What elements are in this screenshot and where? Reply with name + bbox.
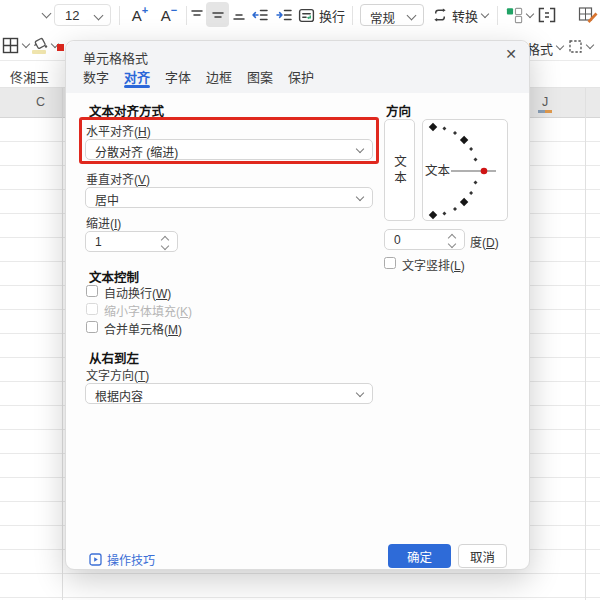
horizontal-align-value: 分散对齐 (缩进) bbox=[95, 143, 178, 160]
decrease-font-button[interactable]: A− bbox=[156, 4, 182, 26]
grid-vline bbox=[62, 88, 63, 600]
tips-video-icon bbox=[89, 553, 102, 566]
minus-icon: − bbox=[171, 4, 177, 16]
formula-bar-value: 佟湘玉 bbox=[10, 67, 49, 86]
degrees-spinner[interactable]: 0 bbox=[384, 229, 465, 250]
section-title-text-alignment: 文本对齐方式 bbox=[89, 101, 164, 120]
format-table-pen-button[interactable] bbox=[576, 5, 600, 25]
toolbar-row-1: 12 A+ A− 换行 常规 bbox=[0, 0, 600, 30]
ok-button[interactable]: 确定 bbox=[388, 544, 451, 568]
close-icon[interactable]: ✕ bbox=[505, 46, 517, 62]
tab-font[interactable]: 字体 bbox=[165, 67, 191, 86]
tips-link-label: 操作技巧 bbox=[107, 551, 155, 568]
cells-squares-icon bbox=[505, 6, 524, 24]
text-direction-value: 根据内容 bbox=[95, 387, 143, 404]
toolbar-separator bbox=[186, 6, 187, 25]
dialog-title: 单元格格式 bbox=[83, 48, 148, 67]
chevron-down-icon bbox=[356, 389, 364, 397]
section-title-orientation: 方向 bbox=[386, 101, 411, 120]
insert-cells-button[interactable] bbox=[505, 4, 533, 26]
stepper-down-icon[interactable] bbox=[161, 242, 169, 250]
horizontal-align-dropdown[interactable]: 分散对齐 (缩进) bbox=[85, 139, 373, 160]
font-name-combo-chevron[interactable] bbox=[42, 9, 52, 19]
convert-chevron-icon bbox=[481, 9, 489, 17]
number-format-chevron-icon bbox=[407, 11, 417, 21]
merge-cells-checkbox-label: 合并单元格(M) bbox=[104, 320, 182, 337]
fill-color-swatch bbox=[32, 50, 46, 54]
merge-cells-checkbox[interactable] bbox=[86, 321, 98, 333]
tab-protection[interactable]: 保护 bbox=[288, 67, 314, 86]
border-box-icon bbox=[568, 39, 583, 54]
column-header-j[interactable]: J bbox=[542, 95, 548, 109]
font-size-value: 12 bbox=[65, 8, 79, 23]
number-format-combo[interactable]: 常规 bbox=[360, 4, 424, 26]
text-direction-label: 文字方向(T) bbox=[86, 366, 149, 383]
wrap-text-checkbox[interactable] bbox=[86, 285, 98, 297]
border-style-button[interactable] bbox=[2, 35, 29, 55]
orientation-dial-box[interactable]: 文本 bbox=[422, 119, 508, 221]
tab-number[interactable]: 数字 bbox=[83, 67, 109, 86]
border-style-chevron-icon bbox=[22, 39, 30, 47]
vertical-layout-checkbox-label: 文字竖排(L) bbox=[402, 256, 465, 273]
toolbar-separator bbox=[352, 6, 353, 25]
text-direction-dropdown[interactable]: 根据内容 bbox=[85, 383, 373, 404]
increase-indent-button[interactable] bbox=[274, 5, 294, 25]
horizontal-align-label: 水平对齐(H) bbox=[86, 122, 151, 139]
font-size-combo[interactable]: 12 bbox=[54, 4, 111, 26]
vertical-align-value: 居中 bbox=[95, 191, 119, 208]
indent-spinner[interactable]: 1 bbox=[85, 231, 178, 252]
increase-font-button[interactable]: A+ bbox=[127, 4, 153, 26]
chevron-down-icon bbox=[356, 193, 364, 201]
draw-border-button[interactable] bbox=[568, 37, 593, 55]
tab-border[interactable]: 边框 bbox=[206, 67, 232, 86]
orientation-dial[interactable]: 文本 bbox=[423, 120, 509, 220]
align-middle-button[interactable] bbox=[206, 2, 229, 27]
tab-pattern[interactable]: 图案 bbox=[247, 67, 273, 86]
plus-icon: + bbox=[142, 4, 148, 16]
tab-alignment[interactable]: 对齐 bbox=[124, 67, 150, 86]
shrink-to-fit-checkbox bbox=[86, 303, 98, 315]
orientation-vertical-box[interactable]: 文本 bbox=[384, 119, 415, 221]
degrees-label: 度(D) bbox=[470, 233, 499, 250]
grid-vline bbox=[585, 88, 586, 600]
tips-link[interactable]: 操作技巧 bbox=[89, 551, 155, 568]
decrease-indent-icon bbox=[251, 7, 269, 23]
indent-label: 缩进(I) bbox=[86, 214, 121, 231]
increase-indent-icon bbox=[275, 7, 293, 23]
vertical-align-label: 垂直对齐(V) bbox=[86, 170, 150, 187]
toolbar-separator bbox=[119, 6, 120, 25]
number-format-value: 常规 bbox=[370, 8, 395, 27]
table-pen-icon bbox=[578, 6, 599, 24]
align-top-icon bbox=[190, 7, 204, 23]
borders-grid-icon bbox=[2, 37, 19, 54]
convert-button[interactable]: 转换 bbox=[432, 3, 488, 27]
section-title-rtl: 从右到左 bbox=[89, 348, 139, 367]
merge-cells-button[interactable] bbox=[536, 5, 558, 25]
convert-label: 转换 bbox=[452, 6, 478, 25]
vertical-align-dropdown[interactable]: 居中 bbox=[85, 187, 373, 208]
spreadsheet-app-window: 12 A+ A− 换行 常规 bbox=[0, 0, 600, 600]
indent-value: 1 bbox=[95, 235, 102, 249]
active-tab-underline bbox=[124, 85, 150, 88]
wrap-text-button[interactable]: 换行 bbox=[298, 3, 345, 27]
fill-color-button[interactable] bbox=[32, 34, 58, 56]
degrees-value: 0 bbox=[394, 233, 401, 247]
vertical-layout-checkbox[interactable] bbox=[384, 257, 396, 269]
chevron-down-icon bbox=[356, 145, 364, 153]
merge-cells-icon bbox=[536, 6, 558, 24]
decrease-font-letter: A bbox=[161, 7, 171, 24]
cell-format-dialog: 单元格格式 ✕ 数字 对齐 字体 边框 图案 保护 文本对齐方式 水平对齐(H)… bbox=[65, 40, 530, 570]
dial-text-label: 文本 bbox=[425, 163, 451, 178]
align-bottom-button[interactable] bbox=[231, 5, 247, 25]
wrap-text-label: 换行 bbox=[319, 6, 345, 25]
toolbar-separator bbox=[497, 6, 498, 25]
decrease-indent-button[interactable] bbox=[250, 5, 270, 25]
cancel-button[interactable]: 取消 bbox=[458, 544, 507, 568]
column-header-c[interactable]: C bbox=[36, 95, 45, 109]
red-indicator bbox=[57, 44, 64, 51]
conditional-format-chevron-icon bbox=[556, 42, 564, 50]
align-top-button[interactable] bbox=[189, 5, 205, 25]
stepper-down-icon[interactable] bbox=[448, 240, 456, 248]
dial-needle-dot bbox=[481, 168, 488, 175]
insert-cells-chevron-icon bbox=[526, 9, 534, 17]
